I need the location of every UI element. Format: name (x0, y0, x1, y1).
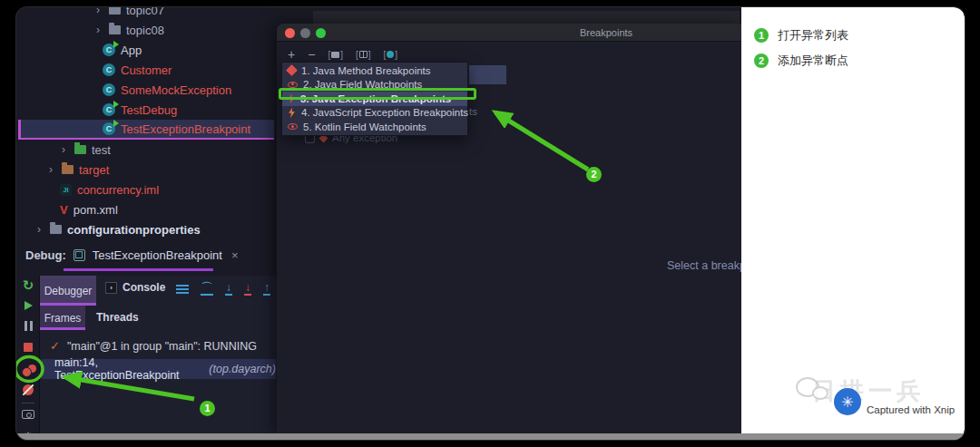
debug-label: Debug: (25, 248, 66, 262)
chevron-right-icon[interactable]: › (37, 223, 44, 236)
notes-panel: 1 打开异常列表 2 添加异常断点 日拱一兵 ✳ Captured with X… (741, 7, 965, 440)
tree-item-app[interactable]: C App (18, 40, 274, 60)
tab-console[interactable]: › Console (105, 281, 165, 294)
select-breakpoint-hint: Select a breakp (667, 259, 741, 272)
settings-gear-icon[interactable]: ⚙ (16, 432, 40, 440)
tree-item-test[interactable]: › test (18, 140, 274, 160)
debug-session-row: Debug: TestExceptionBreakpoint × (25, 248, 238, 262)
note-item: 1 打开异常列表 (754, 27, 848, 44)
minimize-traffic-light[interactable] (300, 28, 310, 38)
resume-button[interactable] (16, 301, 40, 310)
tab-frames[interactable]: Frames (40, 306, 85, 330)
excluded-folder-icon (62, 165, 74, 174)
layout-settings-icon[interactable] (176, 285, 189, 287)
console-tab-label: Console (122, 281, 165, 294)
tree-item-concurrency-iml[interactable]: JI concurrency.iml (18, 180, 274, 199)
note-text: 打开异常列表 (778, 27, 848, 44)
close-icon[interactable]: × (231, 248, 239, 262)
group-by-file-icon[interactable] (328, 50, 343, 60)
note-number-badge: 1 (754, 28, 769, 43)
wechat-icon (796, 377, 839, 410)
menu-item-java-method-breakpoints[interactable]: 1. Java Method Breakpoints (282, 63, 467, 78)
tree-item-pom-xml[interactable]: V pom.xml (18, 199, 274, 219)
java-class-icon: C (103, 83, 115, 96)
tab-debugger[interactable]: Debugger (40, 276, 96, 306)
chevron-right-icon[interactable]: › (96, 7, 103, 16)
field-watchpoint-icon (288, 82, 298, 88)
tree-item-label: concurrency.iml (77, 183, 159, 197)
java-class-icon: C (103, 63, 115, 76)
session-tab-underline (64, 268, 213, 271)
annotation-badge-1: 1 (200, 401, 215, 416)
tree-item-label: test (92, 143, 111, 157)
menu-item-label: 3. Java Exception Breakpoints (300, 93, 451, 104)
tab-threads[interactable]: Threads (96, 311, 139, 324)
frame-package: (top.dayarch) (209, 363, 276, 375)
tree-item-label: configurationproperties (67, 223, 201, 237)
stack-frame-row[interactable]: main:14, TestExceptionBreakpoint (top.da… (42, 359, 276, 379)
stop-button[interactable] (16, 343, 40, 352)
close-traffic-light[interactable] (285, 28, 295, 38)
tree-item-testdebug[interactable]: C TestDebug (18, 100, 274, 120)
note-item: 2 添加异常断点 (754, 53, 848, 69)
breakpoints-dialog: Breakpoints + − ts Any exception Select … (277, 24, 741, 435)
thread-dump-camera-button[interactable] (16, 410, 40, 419)
tree-item-label: TestExceptionBreakpoint (121, 122, 250, 136)
debug-tool-window: Debug: TestExceptionBreakpoint × Debugge… (16, 245, 277, 440)
screenshot-stage: › topic07 › topic08 C App C Customer C S… (0, 0, 980, 447)
annotation-badge-2: 2 (586, 167, 602, 182)
chevron-right-icon[interactable]: › (96, 24, 103, 36)
pause-button[interactable] (16, 321, 40, 331)
rerun-button[interactable]: ↻ (16, 279, 40, 292)
add-breakpoint-menu: 1. Java Method Breakpoints 2. Java Field… (281, 62, 468, 136)
menu-item-java-exception-breakpoints[interactable]: 3. Java Exception Breakpoints (282, 92, 467, 106)
tree-item-somemockexception[interactable]: C SomeMockException (18, 80, 274, 100)
menu-item-java-field-watchpoints[interactable]: 2. Java Field Watchpoints (282, 78, 467, 92)
menu-item-kotlin-field-watchpoints[interactable]: 5. Kotlin Field Watchpoints (282, 120, 467, 134)
tree-item-label: SomeMockException (121, 83, 231, 97)
menu-item-javascript-exception-breakpoints[interactable]: 4. JavaScript Exception Breakpoints (282, 106, 467, 121)
tree-item-configurationproperties[interactable]: › configurationproperties (18, 219, 274, 239)
debug-session-icon (74, 249, 85, 261)
tree-item-label: target (79, 163, 109, 177)
watermark-captured-text: Captured with Xnip (867, 404, 955, 415)
field-watchpoint-icon (288, 123, 298, 130)
force-step-into-icon[interactable]: ↓ (244, 283, 251, 296)
note-number-badge: 2 (754, 53, 769, 68)
tree-item-topic07[interactable]: › topic07 (18, 7, 274, 20)
step-out-icon[interactable]: ↑ (263, 283, 270, 296)
view-breakpoints-button[interactable] (16, 364, 40, 377)
group-by-package-icon[interactable] (356, 50, 371, 60)
maven-file-icon: V (60, 204, 68, 216)
tree-item-label: topic07 (126, 7, 164, 17)
chevron-right-icon[interactable]: › (62, 143, 69, 156)
tree-item-topic08[interactable]: › topic08 (18, 20, 274, 40)
dialog-titlebar[interactable]: Breakpoints (277, 24, 741, 42)
debug-step-toolbar: ⌒ ↓ ↓ ↑ (176, 283, 270, 296)
menu-item-label: 1. Java Method Breakpoints (301, 65, 431, 76)
project-folder-icon (50, 225, 62, 234)
checkmark-icon: ✓ (50, 339, 60, 353)
tree-item-label: App (121, 44, 142, 57)
js-exception-breakpoint-icon (288, 107, 296, 118)
folder-icon (109, 7, 121, 15)
chevron-right-icon[interactable]: › (49, 163, 56, 176)
editor-tab-strip (313, 11, 740, 24)
toolbar-divider (22, 403, 34, 403)
project-tree: › topic07 › topic08 C App C Customer C S… (18, 7, 274, 239)
frame-location: main:14, TestExceptionBreakpoint (54, 356, 204, 382)
zoom-traffic-light[interactable] (316, 28, 326, 38)
debug-session-tab[interactable]: TestExceptionBreakpoint (93, 248, 222, 262)
show-execution-point-icon[interactable]: ⌒ (201, 283, 213, 296)
tree-item-testexceptionbreakpoint-selected[interactable]: C TestExceptionBreakpoint (18, 120, 274, 140)
test-folder-icon (74, 145, 86, 154)
menu-item-label: 2. Java Field Watchpoints (303, 79, 422, 90)
group-by-class-icon[interactable] (384, 50, 398, 60)
thread-status-line[interactable]: ✓ "main"@1 in group "main": RUNNING (50, 339, 257, 353)
remove-breakpoint-button[interactable]: − (308, 47, 315, 62)
add-breakpoint-button[interactable]: + (288, 47, 295, 62)
tree-item-target[interactable]: › target (18, 160, 274, 180)
mute-breakpoints-button[interactable] (16, 384, 40, 395)
step-over-icon[interactable]: ↓ (225, 283, 232, 296)
tree-item-customer[interactable]: C Customer (18, 60, 274, 80)
